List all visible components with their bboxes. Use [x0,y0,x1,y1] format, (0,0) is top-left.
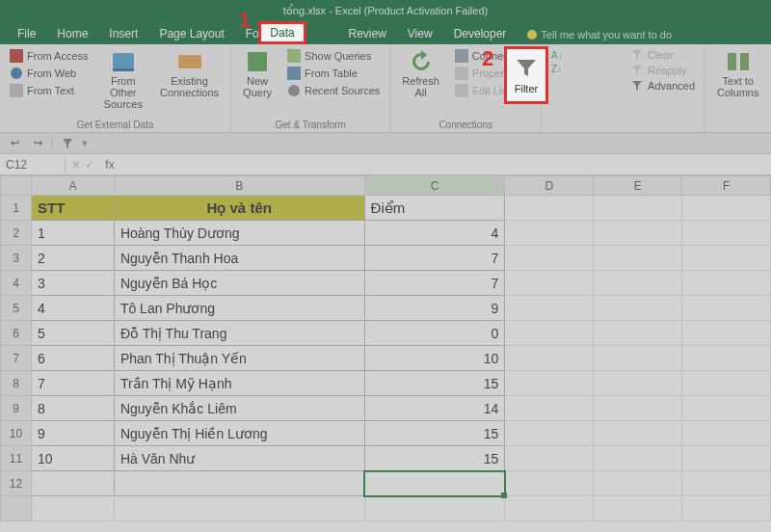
annotation-2: 2 [482,46,493,71]
cell-score[interactable]: 14 [364,396,505,421]
cell-score[interactable]: 15 [364,446,505,471]
from-table-button[interactable]: From Table [285,66,382,81]
cell-name[interactable]: Hoàng Thùy Dương [114,221,364,246]
cell-score[interactable]: 4 [364,221,505,246]
row-header[interactable]: 4 [1,271,32,296]
qat-redo[interactable]: ↪ [29,135,46,152]
recent-sources-button[interactable]: Recent Sources [285,83,382,98]
row-header[interactable]: 2 [1,221,32,246]
cell-score[interactable]: 15 [364,421,505,446]
group-label: Data Tools [713,118,771,130]
cell-name[interactable]: Nguyễn Thanh Hoa [114,246,364,271]
tab-page-layout[interactable]: Page Layout [149,23,233,44]
cell-stt[interactable]: 5 [31,321,114,346]
from-web-button[interactable]: From Web [8,66,91,81]
svg-rect-15 [728,53,736,70]
cancel-formula-icon[interactable]: ✕ [71,158,81,172]
tell-me[interactable]: Tell me what you want to do [518,25,681,44]
reapply-button[interactable]: Reapply [628,64,697,77]
enter-formula-icon[interactable]: ✓ [85,158,94,172]
row-header[interactable]: 10 [1,421,32,446]
row-header[interactable]: 6 [1,321,32,346]
cell-stt[interactable]: 2 [31,246,114,271]
worksheet-grid[interactable]: A B C D E F 1 STT Họ và tên Điểm 21Hoàng… [0,175,771,521]
col-F[interactable]: F [682,176,771,196]
header-diem[interactable]: Điểm [364,196,505,221]
from-other-sources-button[interactable]: From Other Sources [100,48,146,112]
group-data-tools: Text to Columns Flash Fill Remove Duplic… [705,44,771,132]
filter-button[interactable]: Filter [504,46,548,104]
tab-review[interactable]: Review [338,23,395,44]
tab-view[interactable]: View [398,23,442,44]
cell-stt[interactable]: 9 [31,421,114,446]
cell-name[interactable]: Hà Văn Như [114,446,364,471]
header-hoten[interactable]: Họ và tên [114,196,364,221]
from-access-button[interactable]: From Access [8,48,91,64]
other-sources-icon [110,50,137,73]
row-header[interactable]: 7 [1,346,32,371]
existing-conn-icon [176,50,203,73]
tab-developer[interactable]: Developer [444,23,517,44]
tab-data[interactable]: Data [258,21,306,44]
tab-insert[interactable]: Insert [99,23,147,44]
cell-stt[interactable]: 8 [31,396,114,421]
row-header[interactable]: 8 [1,371,32,396]
row-header[interactable]: 9 [1,396,32,421]
cell-score[interactable]: 15 [364,371,505,396]
col-D[interactable]: D [505,176,594,196]
col-E[interactable]: E [594,176,682,196]
from-text-button[interactable]: From Text [8,83,91,98]
clear-filter-button[interactable]: Clear [628,48,697,62]
cell-score[interactable]: 10 [364,346,505,371]
cell-name[interactable]: Tô Lan Phương [114,296,364,321]
cell-score[interactable]: 7 [364,271,505,296]
col-B[interactable]: B [114,176,364,196]
sort-asc-button[interactable]: A↓ [549,48,569,62]
cell-name[interactable]: Trần Thị Mỹ Hạnh [114,371,364,396]
tab-file[interactable]: File [8,23,45,44]
name-box[interactable]: C12 [0,158,66,172]
cell-score[interactable]: 7 [364,246,505,271]
cell-stt[interactable]: 4 [31,296,114,321]
cell-score[interactable]: 9 [364,296,505,321]
cell-stt[interactable]: 6 [31,346,114,371]
qat-undo[interactable]: ↩ [6,135,23,152]
fx-button[interactable]: fx [100,158,120,172]
edit-links-icon [455,84,468,97]
row-header[interactable]: 5 [1,296,32,321]
cell-name[interactable]: Phan Thị Thuận Yến [114,346,364,371]
cell-stt[interactable]: 10 [31,446,114,471]
sort-desc-icon: Z↓ [551,63,567,74]
row-header[interactable]: 12 [1,471,32,496]
show-queries-button[interactable]: Show Queries [285,48,382,64]
qat-filter-icon[interactable] [59,135,76,152]
from-table-icon [287,66,301,80]
cell-name[interactable]: Nguyễn Bá Học [114,271,364,296]
cell-name[interactable]: Nguyễn Khắc Liêm [114,396,364,421]
quick-access-row: ↩ ↪ ▾ [0,133,771,154]
row-header[interactable]: 3 [1,246,32,271]
cell-name[interactable]: Đỗ Thị Thu Trang [114,321,364,346]
new-query-button[interactable]: New Query [239,48,276,100]
cell-stt[interactable]: 7 [31,371,114,396]
cell-stt[interactable]: 1 [31,221,114,246]
properties-icon [455,66,468,80]
group-label: Get External Data [8,118,223,130]
header-stt[interactable]: STT [31,196,114,221]
sort-desc-button[interactable]: Z↓ [549,62,569,75]
active-cell[interactable] [364,471,505,496]
cell-score[interactable]: 0 [364,321,505,346]
existing-connections-button[interactable]: Existing Connections [156,48,223,100]
text-to-columns-button[interactable]: Text to Columns [713,48,762,100]
col-C[interactable]: C [364,176,505,196]
refresh-all-button[interactable]: Refresh All [398,48,443,100]
cell-stt[interactable]: 3 [31,271,114,296]
cell-name[interactable]: Nguyễn Thị Hiền Lương [114,421,364,446]
row-header[interactable]: 1 [1,196,32,221]
col-A[interactable]: A [31,176,114,196]
tab-home[interactable]: Home [47,23,97,44]
table-row: 12 [1,471,771,496]
advanced-filter-button[interactable]: Advanced [628,79,697,93]
column-headers[interactable]: A B C D E F [1,176,771,196]
row-header[interactable]: 11 [1,446,32,471]
